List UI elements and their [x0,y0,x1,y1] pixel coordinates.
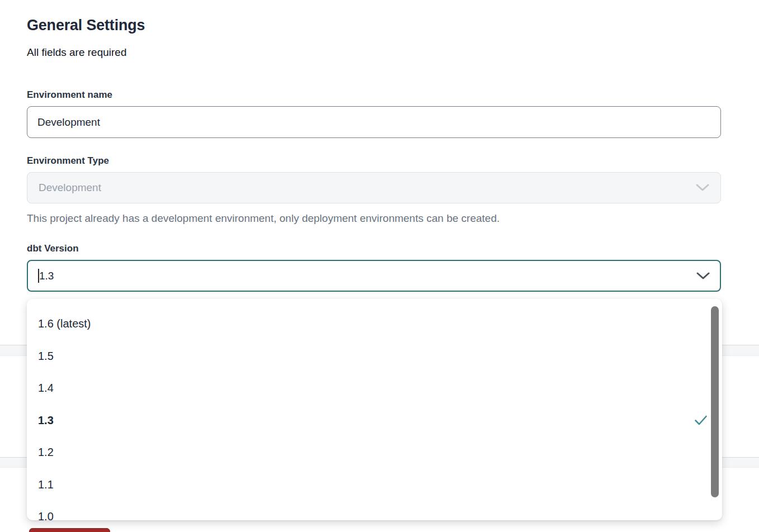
environment-type-select: Development [27,172,721,203]
environment-name-value: Development [37,116,100,129]
page-subtitle: All fields are required [27,46,721,59]
dropdown-option[interactable]: 1.5 [27,340,722,373]
dropdown-option[interactable]: 1.2 [27,436,722,469]
dropdown-option-label: 1.0 [38,510,54,520]
dropdown-option-label: 1.4 [38,382,54,395]
chevron-down-icon [696,184,709,192]
environment-name-label: Environment name [27,89,721,101]
dropdown-option-label: 1.2 [38,446,54,459]
dropdown-option-label: 1.5 [38,350,54,363]
dropdown-option-label: 1.6 (latest) [38,317,91,330]
dbt-version-combobox[interactable]: 1.3 [27,260,721,292]
check-icon [694,414,708,426]
dropdown-option[interactable]: 1.6 (latest) [27,308,722,340]
environment-type-value: Development [39,182,101,194]
chevron-down-icon [696,272,710,280]
page-title: General Settings [27,17,721,34]
environment-type-help-text: This project already has a development e… [27,212,721,225]
dropdown-option-label: 1.3 [38,414,54,427]
dropdown-scrollbar-thumb[interactable] [711,306,719,497]
dropdown-option[interactable]: 1.4 [27,372,722,405]
environment-type-label: Environment Type [27,155,721,167]
dropdown-option-label: 1.1 [38,478,54,491]
dbt-version-dropdown-listbox: 1.6 (latest)1.51.41.31.21.11.0 [27,299,722,520]
dropdown-option[interactable]: 1.1 [27,469,722,501]
general-settings-card: General Settings All fields are required… [27,0,721,292]
dropdown-option-list: 1.6 (latest)1.51.41.31.21.11.0 [27,308,722,520]
dropdown-option[interactable]: 1.3 [27,405,722,437]
dbt-version-value: 1.3 [39,270,54,282]
environment-name-input[interactable]: Development [27,106,721,138]
dbt-version-label: dbt Version [27,243,721,254]
danger-button[interactable] [29,528,110,532]
dropdown-option[interactable]: 1.0 [27,501,722,520]
